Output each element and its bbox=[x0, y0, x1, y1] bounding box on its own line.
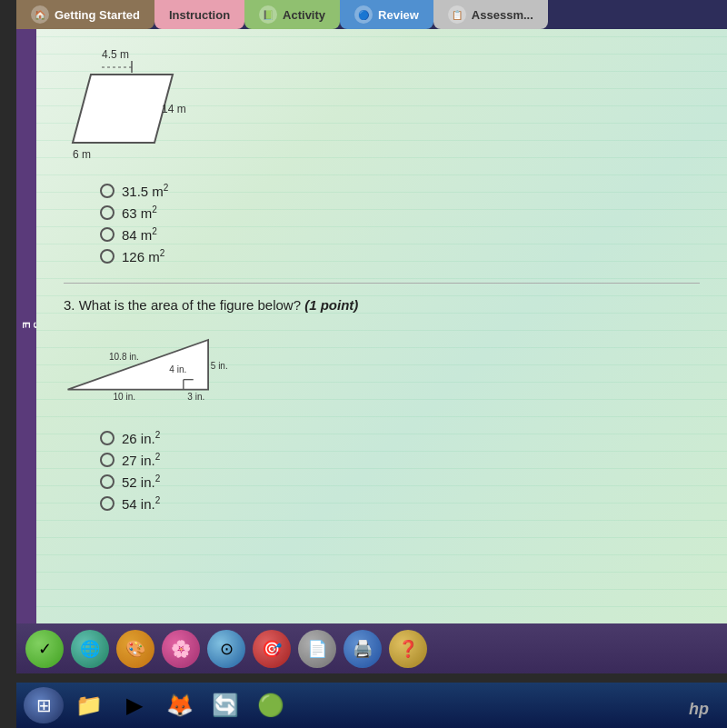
right-side-label: 5 in. bbox=[211, 361, 228, 371]
choice-q2d[interactable]: 126 m2 bbox=[100, 248, 700, 264]
choice-q3b[interactable]: 27 in.2 bbox=[100, 452, 700, 468]
bottom-label: 6 m bbox=[73, 148, 91, 161]
monitor: 🏠 Getting Started Instruction 📗 Activity… bbox=[0, 0, 727, 728]
choice-q3a-label: 26 in.2 bbox=[122, 430, 160, 446]
radio-q3d[interactable] bbox=[100, 496, 115, 511]
globe-button[interactable]: 🌐 bbox=[71, 630, 109, 668]
svg-marker-3 bbox=[68, 340, 209, 390]
radio-q2c[interactable] bbox=[100, 227, 115, 242]
tab-activity[interactable]: 📗 Activity bbox=[244, 0, 340, 29]
radio-q2a[interactable] bbox=[100, 184, 115, 198]
tab-getting-started[interactable]: 🏠 Getting Started bbox=[16, 0, 154, 29]
taskbar: ⊞ 📁 ▶ 🦊 🔄 🟢 bbox=[16, 683, 727, 728]
radio-q3c[interactable] bbox=[100, 474, 115, 489]
choice-q2c[interactable]: 84 m2 bbox=[100, 226, 700, 243]
tab-assessment[interactable]: 📋 Assessm... bbox=[433, 0, 548, 29]
choice-q2c-label: 84 m2 bbox=[122, 226, 157, 243]
bottom-right-label: 3 in. bbox=[187, 392, 204, 402]
tab-review-label: Review bbox=[378, 8, 419, 22]
tab-activity-label: Activity bbox=[283, 8, 325, 22]
figure-triangle: 10.8 in. 4 in. 5 in. 10 in. 3 in. bbox=[64, 322, 700, 416]
radio-q3a[interactable] bbox=[100, 431, 115, 445]
choice-q2a[interactable]: 31.5 m2 bbox=[100, 183, 700, 199]
sidebar: COURSETREE bbox=[16, 29, 36, 623]
checkmark-button[interactable]: ✓ bbox=[25, 630, 64, 668]
top-label: 4.5 m bbox=[102, 48, 129, 61]
content-area: COURSETREE 4.5 m bbox=[16, 29, 727, 623]
choice-q3d-label: 54 in.2 bbox=[122, 495, 160, 512]
flower-button[interactable]: 🌸 bbox=[162, 630, 200, 668]
height-label: 4 in. bbox=[169, 364, 186, 374]
bullseye-button[interactable]: 🎯 bbox=[253, 630, 291, 668]
tab-getting-started-label: Getting Started bbox=[55, 8, 140, 22]
chrome-icon: 🟢 bbox=[257, 693, 284, 718]
browser-button[interactable]: 🦊 bbox=[160, 687, 200, 723]
figure-parallelogram: 4.5 m 14 m 6 m bbox=[64, 47, 700, 169]
parallelogram-svg: 4.5 m 14 m 6 m bbox=[64, 47, 209, 165]
bottom-toolbar: ✓ 🌐 🎨 🌸 ⊙ 🎯 📄 🖨️ ❓ bbox=[16, 623, 727, 673]
hp-logo: hp bbox=[689, 700, 709, 719]
play-button[interactable]: ▶ bbox=[115, 687, 154, 723]
tab-review[interactable]: 🔵 Review bbox=[340, 0, 433, 29]
nav-bar: 🏠 Getting Started Instruction 📗 Activity… bbox=[16, 0, 727, 29]
ie-button[interactable]: 🔄 bbox=[205, 687, 245, 723]
choice-q2d-label: 126 m2 bbox=[122, 248, 164, 264]
choice-q2b-label: 63 m2 bbox=[122, 204, 157, 221]
answer-choices-q2: 31.5 m2 63 m2 84 m2 126 m2 bbox=[100, 183, 700, 264]
question3-number: 3. bbox=[64, 297, 75, 313]
activity-icon: 📗 bbox=[259, 5, 277, 24]
screen: 🏠 Getting Started Instruction 📗 Activity… bbox=[16, 0, 727, 673]
print-button[interactable]: 🖨️ bbox=[344, 630, 382, 668]
svg-marker-2 bbox=[73, 75, 173, 143]
radio-q3b[interactable] bbox=[100, 453, 115, 467]
document-button[interactable]: 📄 bbox=[298, 630, 336, 668]
help-button[interactable]: ❓ bbox=[389, 630, 427, 668]
hyp-label: 10.8 in. bbox=[109, 352, 139, 362]
question3-points: (1 point) bbox=[304, 297, 358, 313]
folder-button[interactable]: 📁 bbox=[69, 687, 109, 723]
choice-q3d[interactable]: 54 in.2 bbox=[100, 495, 700, 512]
bottom-left-label: 10 in. bbox=[114, 392, 135, 402]
ie-icon: 🔄 bbox=[212, 693, 239, 718]
choice-q3c[interactable]: 52 in.2 bbox=[100, 474, 700, 490]
play-icon: ▶ bbox=[126, 693, 143, 718]
choice-q2b[interactable]: 63 m2 bbox=[100, 204, 700, 221]
tab-instruction-label: Instruction bbox=[169, 8, 230, 22]
firefox-icon: 🦊 bbox=[166, 693, 194, 718]
review-icon: 🔵 bbox=[354, 5, 373, 24]
choice-q3a[interactable]: 26 in.2 bbox=[100, 430, 700, 446]
assessment-icon: 📋 bbox=[448, 5, 466, 24]
question-section: 4.5 m 14 m 6 m bbox=[64, 47, 700, 512]
choice-q2a-label: 31.5 m2 bbox=[122, 183, 168, 199]
choice-q3c-label: 52 in.2 bbox=[122, 474, 160, 490]
radio-q2d[interactable] bbox=[100, 249, 115, 264]
getting-started-icon: 🏠 bbox=[31, 5, 49, 24]
target-button[interactable]: ⊙ bbox=[207, 630, 245, 668]
tab-instruction[interactable]: Instruction bbox=[154, 0, 244, 29]
choice-q3b-label: 27 in.2 bbox=[122, 452, 160, 468]
radio-q2b[interactable] bbox=[100, 205, 115, 220]
answer-choices-q3: 26 in.2 27 in.2 52 in.2 54 in.2 bbox=[100, 430, 700, 512]
start-button[interactable]: ⊞ bbox=[24, 687, 64, 723]
question3-text: What is the area of the figure below? bbox=[79, 297, 301, 313]
paint-button[interactable]: 🎨 bbox=[116, 630, 154, 668]
folder-icon: 📁 bbox=[75, 693, 103, 718]
main-content: 4.5 m 14 m 6 m bbox=[36, 29, 727, 623]
question3-title: 3. What is the area of the figure below?… bbox=[64, 297, 700, 313]
triangle-svg: 10.8 in. 4 in. 5 in. 10 in. 3 in. bbox=[64, 322, 245, 404]
chrome-button[interactable]: 🟢 bbox=[251, 687, 291, 723]
divider bbox=[64, 283, 700, 284]
side-label: 14 m bbox=[162, 103, 186, 115]
tab-assessment-label: Assessm... bbox=[472, 8, 533, 22]
